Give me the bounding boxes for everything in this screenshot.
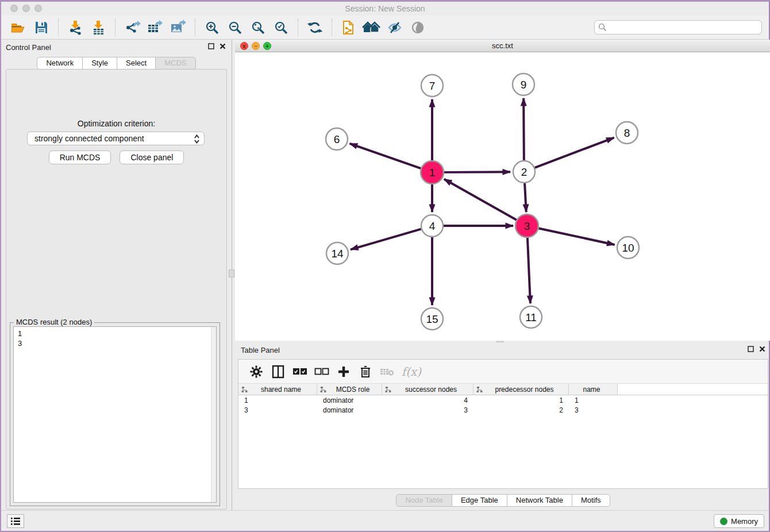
delete-column-button[interactable] (355, 362, 376, 381)
graph-node-label-15: 15 (426, 313, 438, 325)
node-table-container: f(x) shared name MCDS role successor nod… (238, 359, 768, 489)
graph-node-label-8: 8 (624, 127, 630, 139)
tab-mcds[interactable]: MCDS (156, 57, 195, 70)
toolbar-separator (298, 19, 298, 36)
delete-table-button[interactable] (376, 362, 398, 381)
mcds-result-textarea[interactable]: 1 3 (13, 326, 217, 503)
column-header-mcds-role[interactable]: MCDS role (317, 384, 382, 395)
cell-predecessor-nodes: 1 (473, 396, 569, 404)
show-column-button[interactable] (267, 362, 289, 381)
graph-edge-2-3[interactable] (525, 183, 526, 212)
deselect-all-button[interactable] (311, 362, 333, 381)
refresh-icon (307, 20, 322, 35)
column-header-predecessor-nodes[interactable]: predecessor nodes (473, 384, 569, 395)
table-panel: Table Panel (235, 344, 770, 513)
criterion-dropdown[interactable]: strongly connected component (27, 132, 205, 145)
mcds-tab-pane: Optimization criterion: strongly connect… (6, 69, 227, 510)
graph-node-label-7: 7 (429, 80, 436, 92)
dropdown-stepper-icon (194, 134, 200, 144)
network-view-window: x – + scc.txt 1234678910111415 (235, 40, 770, 341)
search-input[interactable] (594, 20, 762, 34)
memory-button[interactable]: Memory (714, 514, 764, 528)
close-panel-button[interactable]: Close panel (120, 151, 184, 164)
graph-node-label-11: 11 (525, 311, 537, 323)
graph-edge-1-6[interactable] (350, 144, 421, 168)
graph-node-label-2: 2 (521, 166, 528, 178)
column-header-shared-name[interactable]: shared name (238, 384, 317, 395)
result-scrollbar[interactable] (211, 327, 216, 502)
hide-graphics-details-button[interactable] (383, 18, 406, 37)
cell-successor-nodes: 3 (382, 406, 473, 414)
column-header-successor-nodes[interactable]: successor nodes (382, 384, 473, 395)
search-box (594, 20, 762, 34)
mcds-result-groupbox: MCDS result (2 nodes) 1 3 (10, 322, 220, 506)
main-titlebar: Session: New Session (1, 2, 769, 16)
graph-node-label-9: 9 (521, 79, 527, 91)
tab-select[interactable]: Select (117, 57, 156, 70)
close-panel-icon[interactable] (220, 43, 226, 49)
zoom-fit-button[interactable] (247, 18, 270, 37)
zoom-selected-button[interactable] (270, 18, 292, 37)
open-session-button[interactable] (7, 18, 30, 37)
criterion-value: strongly connected component (34, 134, 144, 143)
close-panel-icon[interactable] (759, 346, 765, 352)
network-window-titlebar: x – + scc.txt (235, 40, 770, 52)
table-row[interactable]: 3 dominator 3 2 3 (238, 405, 768, 415)
import-network-button[interactable] (64, 18, 87, 37)
run-mcds-button[interactable]: Run MCDS (49, 151, 111, 164)
export-image-button[interactable] (167, 18, 190, 37)
search-icon (598, 23, 607, 32)
graph-edge-3-1[interactable] (444, 179, 517, 220)
tab-style[interactable]: Style (83, 57, 117, 70)
apply-style-button[interactable] (303, 18, 326, 37)
tab-node-table[interactable]: Node Table (396, 494, 452, 507)
export-network-button[interactable] (121, 18, 144, 37)
status-bar: Memory (1, 510, 769, 531)
attribute-tree-icon (476, 386, 483, 393)
graph-edge-2-8[interactable] (535, 138, 614, 168)
cell-successor-nodes: 4 (382, 396, 473, 404)
graph-edge-1-2[interactable] (444, 172, 510, 172)
tab-network[interactable]: Network (37, 57, 83, 70)
first-neighbors-button[interactable] (360, 18, 383, 37)
save-session-button[interactable] (30, 18, 53, 37)
vertical-splitter-grip[interactable] (229, 269, 234, 277)
zoom-in-button[interactable] (201, 18, 224, 37)
control-panel-title: Control Panel (6, 43, 51, 52)
tab-edge-table[interactable]: Edge Table (452, 494, 507, 507)
network-graph[interactable]: 1234678910111415 (235, 52, 770, 341)
graph-edge-2-9[interactable] (523, 98, 524, 160)
memory-label: Memory (731, 517, 758, 526)
select-all-icon (292, 368, 307, 376)
table-header-filler (618, 384, 768, 395)
cell-mcds-role: dominator (317, 406, 382, 414)
control-panel: Control Panel Network Style Select MCDS … (1, 40, 232, 513)
import-table-button[interactable] (87, 18, 110, 37)
tab-motifs[interactable]: Motifs (572, 494, 610, 507)
column-header-name[interactable]: name (569, 384, 618, 395)
tab-network-table[interactable]: Network Table (507, 494, 572, 507)
gear-icon (250, 365, 263, 378)
memory-status-dot (720, 518, 727, 525)
function-builder-button[interactable]: f(x) (398, 362, 425, 381)
toolbar-separator (58, 19, 59, 36)
save-disk-icon (34, 20, 49, 35)
control-panel-header: Control Panel (1, 40, 232, 55)
table-row[interactable]: 1 dominator 4 1 1 (238, 395, 768, 405)
zoom-out-button[interactable] (224, 18, 247, 37)
table-settings-button[interactable] (245, 362, 267, 381)
show-task-history-button[interactable] (7, 514, 24, 528)
graph-edge-3-11[interactable] (528, 237, 530, 303)
select-all-button[interactable] (289, 362, 311, 381)
graph-edge-3-10[interactable] (538, 228, 615, 245)
new-network-from-selection-button[interactable] (337, 18, 360, 37)
show-graphics-details-button[interactable] (406, 18, 429, 37)
network-canvas[interactable]: 1234678910111415 (235, 52, 770, 341)
graph-edge-4-14[interactable] (351, 229, 421, 250)
table-toolbar: f(x) (238, 360, 768, 384)
create-column-button[interactable] (333, 362, 355, 381)
export-table-button[interactable] (144, 18, 167, 37)
float-panel-icon[interactable] (208, 43, 214, 49)
table-panel-header: Table Panel (235, 344, 770, 357)
float-panel-icon[interactable] (748, 346, 754, 352)
